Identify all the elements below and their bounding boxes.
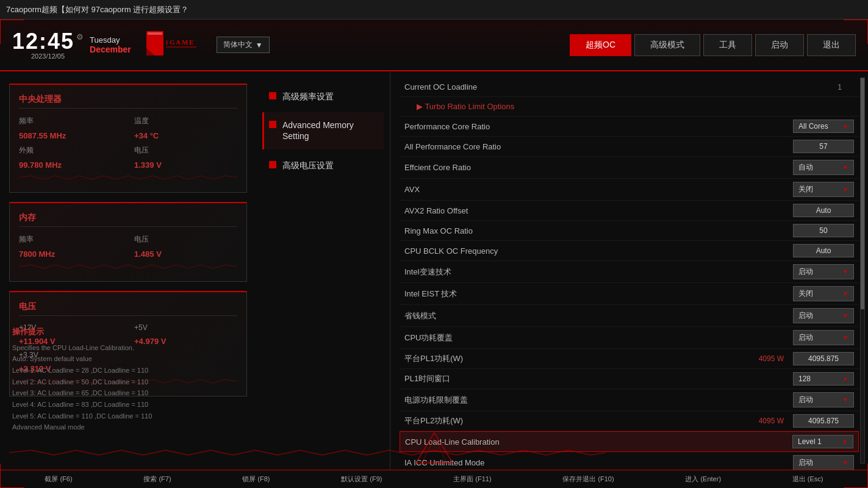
- left-panel: 中央处理器 频率 温度 5087.55 MHz +34 °C 外频 电压 99.…: [0, 71, 256, 470]
- perf-core-ratio-label: Performance Core Ratio: [404, 122, 793, 131]
- sidebar-dot-voltage: [269, 161, 276, 168]
- eff-arrow-icon: ▼: [842, 164, 848, 171]
- power-limit-label: 电源功耗限制覆盖: [404, 395, 793, 406]
- btn-screenshot[interactable]: 截屏 (F6): [45, 475, 72, 484]
- pl1-window-label: PL1时间窗口: [404, 373, 793, 384]
- avx2-offset-row[interactable]: AVX2 Ratio Offset Auto: [400, 201, 859, 221]
- sidebar-label-voltage: 高级电压设置: [282, 160, 334, 171]
- cpu-extfreq-label: 外频: [19, 145, 122, 156]
- nav-btn-oc[interactable]: 超频OC: [570, 34, 631, 56]
- btn-enter[interactable]: 进入 (Enter): [685, 475, 721, 484]
- cpu-power-row[interactable]: CPU功耗覆盖 启动 ▼: [400, 327, 859, 349]
- language-selector[interactable]: 简体中文 ▼: [217, 37, 270, 53]
- btn-search[interactable]: 搜索 (F7): [143, 475, 171, 484]
- avx2-offset-value: Auto: [793, 204, 854, 217]
- browser-bar: 7caoporm超频【如何对 97caoporm 进行超频设置？: [0, 0, 868, 20]
- hint-section: 操作提示 Specifies the CPU Load-Line Calibra…: [12, 326, 250, 434]
- bclk-row[interactable]: CPU BCLK OC Frequency Auto: [400, 241, 859, 261]
- avx-row[interactable]: AVX 关闭 ▼: [400, 179, 859, 201]
- avx-label: AVX: [404, 185, 793, 194]
- power-limit-dropdown[interactable]: 启动 ▼: [793, 392, 854, 407]
- btn-esc[interactable]: 退出 (Esc): [792, 475, 823, 484]
- ia-icc-dropdown[interactable]: 启动 ▼: [793, 455, 854, 470]
- btn-lockscreen[interactable]: 锁屏 (F8): [242, 475, 270, 484]
- hint-text: Specifies the CPU Load-Line Calibration.…: [12, 342, 250, 434]
- nav-btn-exit[interactable]: 退出: [807, 34, 856, 56]
- nav-btn-tools[interactable]: 工具: [703, 34, 752, 56]
- load-line-dropdown[interactable]: Level 1 ▼: [792, 435, 853, 448]
- logo-block: i G A M E: [146, 31, 201, 59]
- btn-save-exit[interactable]: 保存并退出 (F10): [562, 475, 614, 484]
- current-oc-label: Current OC Loadline: [404, 82, 838, 92]
- scrollbar-thumb: [861, 78, 864, 309]
- turbo-ratio-label: ▶ Turbo Ratio Limit Options: [404, 102, 854, 111]
- current-oc-value: 1: [838, 83, 842, 92]
- scrollbar[interactable]: [860, 77, 865, 464]
- pl2-power-row[interactable]: 平台PL2功耗(W) 4095 W 4095.875: [400, 411, 859, 431]
- intel-eist-dropdown[interactable]: 关闭 ▼: [793, 286, 854, 301]
- save-mode-arrow: ▼: [842, 312, 848, 319]
- cpu-card: 中央处理器 频率 温度 5087.55 MHz +34 °C 外频 电压 99.…: [9, 84, 247, 193]
- avx2-offset-label: AVX2 Ratio Offset: [404, 206, 793, 215]
- avx-arrow-icon: ▼: [842, 186, 848, 193]
- power-limit-arrow: ▼: [842, 396, 848, 403]
- sidebar-label-freq: 高级频率设置: [282, 91, 334, 102]
- perf-core-ratio-row[interactable]: Performance Core Ratio All Cores ▼: [400, 117, 859, 137]
- dropdown-arrow-icon: ▼: [842, 123, 848, 130]
- intel-eist-row[interactable]: Intel EIST 技术 关闭 ▼: [400, 283, 859, 305]
- pl1-power-row[interactable]: 平台PL1功耗(W) 4095 W 4095.875: [400, 349, 859, 369]
- intel-speed-dropdown[interactable]: 启动 ▼: [793, 264, 854, 279]
- ring-max-row[interactable]: Ring Max OC Ratio 50: [400, 221, 859, 241]
- svg-marker-9: [416, 432, 453, 463]
- mem-voltage-label: 电压: [134, 234, 237, 245]
- all-perf-core-row[interactable]: All Performance Core Ratio 57: [400, 137, 859, 157]
- pl1-window-dropdown[interactable]: 128 ▼: [793, 372, 854, 386]
- cpu-card-title: 中央处理器: [19, 94, 237, 109]
- settings-header-row: Current OC Loadline 1: [400, 77, 859, 97]
- clock-time: 12:45: [12, 30, 74, 52]
- save-mode-dropdown[interactable]: 启动 ▼: [793, 308, 854, 323]
- intel-speed-label: Intel变速技术: [404, 267, 793, 278]
- mem-card-grid: 频率 电压 7800 MHz 1.485 V: [19, 234, 237, 259]
- load-line-label: CPU Load-Line Calibration: [405, 437, 792, 447]
- pl1-window-row[interactable]: PL1时间窗口 128 ▼: [400, 369, 859, 389]
- cpu-voltage-value: 1.339 V: [134, 160, 237, 170]
- ring-max-value: 50: [793, 224, 854, 237]
- cpu-card-grid: 频率 温度 5087.55 MHz +34 °C 外频 电压 99.780 MH…: [19, 116, 237, 170]
- eist-arrow: ▼: [842, 290, 848, 297]
- cpu-freq-label: 频率: [19, 116, 122, 126]
- avx-dropdown[interactable]: 关闭 ▼: [793, 182, 854, 197]
- nav-btn-boot[interactable]: 启动: [755, 34, 804, 56]
- all-perf-core-value: 57: [793, 140, 854, 153]
- btn-default[interactable]: 默认设置 (F9): [341, 475, 382, 484]
- day-name: Tuesday: [90, 35, 131, 45]
- bclk-label: CPU BCLK OC Frequency: [404, 246, 793, 256]
- bottom-bar: 截屏 (F6) 搜索 (F7) 锁屏 (F8) 默认设置 (F9) 主界面 (F…: [0, 470, 868, 488]
- sidebar-item-voltage[interactable]: 高级电压设置: [262, 152, 384, 178]
- eff-core-ratio-dropdown[interactable]: 自动 ▼: [793, 160, 854, 175]
- turbo-ratio-row[interactable]: ▶ Turbo Ratio Limit Options: [400, 97, 859, 117]
- ia-icc-label: IA ICC Unlimited Mode: [404, 458, 793, 467]
- power-limit-row[interactable]: 电源功耗限制覆盖 启动 ▼: [400, 389, 859, 411]
- ia-icc-arrow: ▼: [842, 459, 848, 466]
- sidebar-item-freq[interactable]: 高级频率设置: [262, 84, 384, 109]
- settings-panel: Current OC Loadline 1 ▶ Turbo Ratio Limi…: [390, 71, 868, 470]
- lang-arrow-icon: ▼: [256, 41, 263, 49]
- sidebar-item-memory[interactable]: Advanced MemorySetting: [262, 112, 384, 149]
- intel-eist-label: Intel EIST 技术: [404, 289, 793, 300]
- wave-left: [9, 448, 606, 458]
- perf-core-ratio-dropdown[interactable]: All Cores ▼: [793, 120, 854, 133]
- intel-speed-row[interactable]: Intel变速技术 启动 ▼: [400, 261, 859, 283]
- day-column: Tuesday December: [90, 35, 131, 54]
- cpu-voltage-label: 电压: [134, 145, 237, 156]
- btn-main[interactable]: 主界面 (F11): [453, 475, 491, 484]
- sidebar-panel: 高级频率设置 Advanced MemorySetting 高级电压设置: [256, 71, 390, 470]
- eff-core-ratio-row[interactable]: Effcient Core Ratio 自动 ▼: [400, 157, 859, 179]
- main-content: 中央处理器 频率 温度 5087.55 MHz +34 °C 外频 电压 99.…: [0, 71, 868, 470]
- cpu-power-dropdown[interactable]: 启动 ▼: [793, 330, 854, 345]
- pl2-power-label: 平台PL2功耗(W): [404, 415, 759, 426]
- save-mode-row[interactable]: 省钱模式 启动 ▼: [400, 305, 859, 327]
- nav-btn-advanced[interactable]: 高级模式: [634, 34, 700, 56]
- month-name: December: [90, 45, 131, 54]
- header: 12:45 ⚙ 2023/12/05 Tuesday December i G …: [0, 20, 868, 71]
